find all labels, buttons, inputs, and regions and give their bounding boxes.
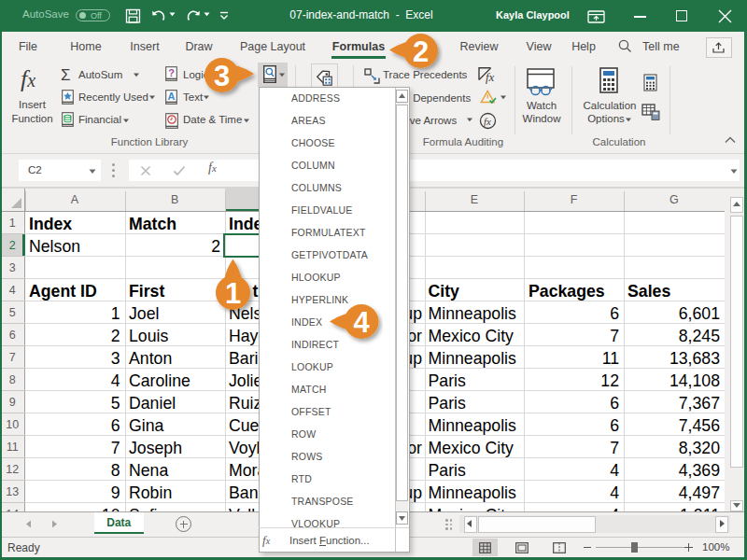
svg-text:?: ?	[168, 67, 175, 78]
svg-text:A: A	[168, 91, 176, 102]
svg-text:2: 2	[413, 35, 429, 68]
svg-text:fx: fx	[486, 70, 495, 84]
svg-text:4: 4	[353, 306, 370, 339]
svg-text:3: 3	[214, 60, 230, 92]
svg-text:fx: fx	[484, 116, 491, 127]
svg-text:1: 1	[225, 277, 241, 310]
